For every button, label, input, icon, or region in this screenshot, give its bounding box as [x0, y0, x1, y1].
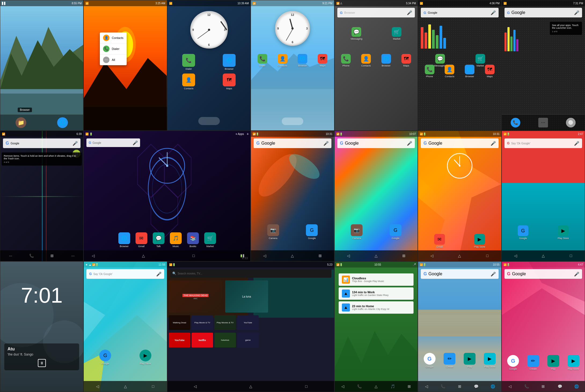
- nav-back-s16[interactable]: ◁: [191, 384, 199, 389]
- playstore-s19[interactable]: ▶ Play Store: [568, 355, 579, 370]
- play-s19[interactable]: ▶ Play: [547, 355, 559, 370]
- mic-icon-s8[interactable]: 🎤: [72, 141, 78, 146]
- mic-s18[interactable]: 🎤: [491, 272, 496, 277]
- nav-chrome-s18[interactable]: 🌐: [489, 384, 497, 389]
- browser-app[interactable]: 🌐 Browser: [211, 54, 248, 70]
- featured-twd[interactable]: THE WALKING DEAD AMC: [169, 280, 222, 313]
- google-s19[interactable]: G Google: [507, 355, 519, 370]
- google-s13[interactable]: G Google: [518, 225, 528, 240]
- nav-chrome-s19[interactable]: 🌐: [572, 384, 580, 389]
- nav-apps-s11[interactable]: ⊞: [400, 253, 408, 258]
- nav-back-s10[interactable]: ◁: [261, 253, 269, 258]
- playstore-s18[interactable]: ▶ Play Store: [484, 353, 496, 368]
- context-menu[interactable]: 👤 Contacts 📞 Dialer ⋯ All: [100, 32, 126, 65]
- create-s19[interactable]: ✏ Create: [527, 355, 539, 370]
- nav-back-s17[interactable]: ◁: [339, 384, 347, 389]
- nav-recent-s16[interactable]: □: [302, 384, 310, 389]
- nav-apps-s17[interactable]: ⊞: [405, 384, 413, 389]
- search-bar-s5[interactable]: G Browser 🎤: [337, 8, 415, 17]
- dialer-app[interactable]: 📞 Dialer: [170, 54, 207, 70]
- nav-home-s9[interactable]: △: [139, 253, 147, 258]
- nav-dots-s8[interactable]: ···: [7, 253, 15, 258]
- thumb-play2[interactable]: Play Movies & TV: [214, 315, 236, 330]
- nav-back-s18[interactable]: ◁: [422, 384, 430, 389]
- maps-s5[interactable]: 🗺 Maps: [401, 54, 411, 67]
- contacts-s5[interactable]: 👤 Contacts: [361, 54, 371, 67]
- notif-work[interactable]: ▲ 134 min to Work Light traffic on Garde…: [339, 287, 414, 300]
- camera-s11[interactable]: 📷 Camera: [351, 224, 363, 240]
- nav-msg-s19[interactable]: 💬: [556, 384, 564, 389]
- search-bar-s19[interactable]: G Google 🎤: [504, 269, 582, 279]
- market-s9[interactable]: 🛒 Market: [204, 232, 216, 248]
- mic-s9[interactable]: 🎤: [133, 140, 138, 145]
- create-s18[interactable]: ✏ Create: [444, 353, 455, 368]
- browser-s9[interactable]: 🌐 Browser: [118, 232, 130, 248]
- nav-phone-s19[interactable]: 📞: [522, 384, 531, 389]
- nav-music-s17[interactable]: 🎵: [389, 384, 397, 389]
- nav-home-s10[interactable]: △: [288, 253, 297, 258]
- slider-widget[interactable]: [198, 117, 220, 125]
- search-bar-s16[interactable]: 🔍 Search movies, TV...: [170, 269, 331, 278]
- menu-dialer[interactable]: 📞 Dialer: [100, 43, 126, 54]
- search-bar-s18[interactable]: G Google 🎤: [421, 269, 498, 279]
- nav-back-s12[interactable]: ◁: [428, 253, 436, 258]
- featured-la-luna[interactable]: La luna: [225, 280, 268, 313]
- dock-folder-icon[interactable]: 📁: [16, 117, 26, 128]
- nav-apps-s8[interactable]: ⊞: [48, 253, 56, 258]
- thumb-play1[interactable]: Play Movie & TV: [192, 315, 213, 330]
- maps-app[interactable]: 🗺 Maps: [211, 74, 248, 90]
- thumb-game[interactable]: game: [237, 333, 259, 347]
- search-bar-s11[interactable]: G Google 🎤: [337, 138, 415, 148]
- search-bar-s9[interactable]: G Google 🎤: [86, 138, 140, 147]
- nav-recent-s13[interactable]: □: [567, 253, 575, 258]
- camera-s10[interactable]: 📷 Camera: [267, 224, 279, 240]
- nav-back-s11[interactable]: ◁: [344, 253, 352, 258]
- thumb-yt[interactable]: YouTube: [237, 315, 259, 330]
- search-bar-s6[interactable]: G Google 🎤: [421, 8, 498, 17]
- gmail-s9[interactable]: ✉ Gmail: [136, 232, 147, 248]
- menu-all[interactable]: ⋯ All: [100, 54, 126, 65]
- nav-home-s15[interactable]: △: [121, 384, 129, 389]
- mic-s17[interactable]: 🎤: [413, 263, 416, 266]
- launcher-dock-s7[interactable]: ⋯: [538, 118, 548, 127]
- browser-s4[interactable]: 🌐 Browser: [298, 54, 307, 67]
- apps-btn-s9[interactable]: ≡ Apps: [236, 133, 244, 135]
- contacts-s6[interactable]: 👤 Contacts: [445, 65, 454, 78]
- nav-dots2-s8[interactable]: ···: [69, 253, 77, 258]
- nav-recent-s15[interactable]: □: [149, 384, 157, 389]
- google-s15[interactable]: G Google: [99, 350, 111, 365]
- search-bar-s10[interactable]: G Google 🎤: [254, 138, 331, 148]
- books-s9[interactable]: 📚 Books: [187, 232, 199, 248]
- nav-msg-s18[interactable]: 💬: [472, 384, 480, 389]
- maps-s4[interactable]: 🗺 Maps: [318, 54, 327, 67]
- play-s18[interactable]: ▶ Play: [464, 353, 476, 368]
- google-s11[interactable]: G Google: [390, 224, 401, 240]
- nav-phone-s8[interactable]: 📞: [27, 253, 35, 258]
- nav-home-s16[interactable]: △: [247, 384, 255, 389]
- talk-s9[interactable]: 💬 Talk: [153, 232, 164, 248]
- nav-home-s13[interactable]: △: [539, 253, 547, 258]
- mic-s19[interactable]: 🎤: [574, 272, 579, 277]
- messaging-s5[interactable]: 💬 Messaging: [351, 27, 363, 40]
- notif-cloudless[interactable]: 📊 Cloudless Thijs Bos · Google Play Musi…: [339, 273, 414, 286]
- pause-btn[interactable]: ⏸: [38, 359, 46, 367]
- mic-icon-s5[interactable]: 🎤: [407, 10, 412, 15]
- nav-home-s12[interactable]: △: [456, 253, 464, 258]
- mic-icon-s7[interactable]: 🎤: [574, 10, 579, 15]
- mic-s10[interactable]: 🎤: [323, 141, 329, 146]
- nav-phone-s18[interactable]: 📞: [439, 384, 447, 389]
- add-btn-s9[interactable]: +: [247, 132, 249, 136]
- thumb-netflix[interactable]: Netflix: [192, 333, 213, 347]
- search-bar-s13[interactable]: G Say 'Ok Google' 🎤: [504, 138, 582, 148]
- notif-home[interactable]: ▲ 23 min to Home Light traffic on Atlant…: [339, 301, 414, 314]
- phone-s5[interactable]: 📞 Phone: [341, 54, 351, 67]
- maps-s6[interactable]: 🗺 Maps: [485, 65, 495, 78]
- nav-recent-s9[interactable]: □: [189, 253, 198, 258]
- slider-s4[interactable]: [282, 118, 303, 125]
- search-bar-s15[interactable]: G Say 'Ok Google' 🎤: [86, 269, 164, 279]
- browser-s5[interactable]: 🌐 Browser: [381, 54, 391, 67]
- nav-apps-s10[interactable]: ⊞: [316, 253, 324, 258]
- nav-back-s9[interactable]: ◁: [89, 253, 97, 258]
- thumb-twd2[interactable]: Walking Dead: [169, 315, 190, 330]
- nav-home-s17[interactable]: △: [372, 384, 380, 389]
